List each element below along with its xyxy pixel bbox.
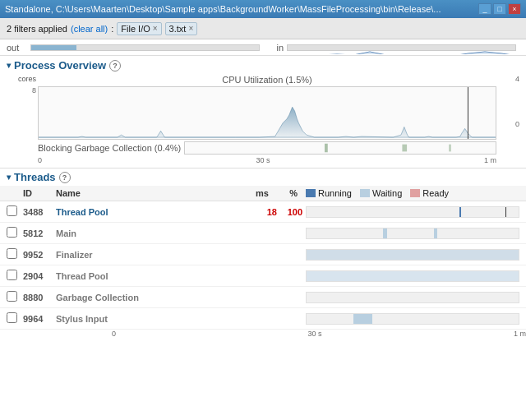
minimize-btn[interactable]: _ (478, 3, 491, 15)
gc-chart-svg (185, 142, 496, 154)
cpu-chart-label: CPU Utilization (1.5%) (38, 75, 496, 85)
legend-running: Running (306, 188, 352, 198)
col-name-header: Name (56, 188, 240, 198)
legend-ready-swatch (410, 189, 420, 197)
window-controls[interactable]: _ □ × (478, 3, 521, 15)
thread-checkbox-col (7, 312, 23, 325)
clear-all-link[interactable]: (clear all) (71, 24, 108, 34)
thread-x-0: 0 (112, 330, 116, 338)
cpu-chart-svg (39, 87, 496, 139)
thread-checkbox-col (7, 291, 23, 304)
thread-id: 9964 (23, 314, 56, 324)
table-row[interactable]: 9964 Stylus Input (0, 308, 526, 330)
io-in-label: in (263, 43, 284, 53)
table-row[interactable]: 5812 Main (0, 223, 526, 244)
thread-bar (383, 228, 387, 238)
io-out-label: out (7, 43, 27, 53)
col-timeline-header: Running Waiting Ready (298, 188, 519, 198)
thread-checkbox[interactable] (7, 270, 17, 280)
legend-waiting: Waiting (360, 188, 402, 198)
threads-header[interactable]: ▾ Threads ? (0, 168, 526, 186)
thread-bar (459, 207, 462, 217)
title-text: Standalone, C:\Users\Maarten\Desktop\Sam… (5, 4, 441, 14)
thread-name: Main (56, 228, 248, 238)
table-row[interactable]: 3488 Thread Pool 18 100 (0, 201, 526, 223)
table-row[interactable]: 9952 Finalizer (0, 244, 526, 265)
gc-label: Blocking Garbage Collection (0.4%) (38, 143, 181, 153)
filter-tag-3txt-close[interactable]: × (188, 24, 193, 33)
filter-tag-3txt[interactable]: 3.txt × (165, 22, 198, 35)
thread-timeline (306, 292, 519, 303)
thread-checkbox[interactable] (7, 205, 17, 216)
svg-rect-2 (403, 145, 408, 152)
process-overview-header[interactable]: ▾ Process Overview ? (0, 56, 526, 75)
filter-tag-fileio[interactable]: File I/O × (117, 22, 161, 35)
legend-ready: Ready (410, 188, 449, 198)
threads-title: Threads (14, 171, 56, 183)
threads-chevron: ▾ (7, 173, 11, 182)
io-out-bar (30, 44, 260, 51)
x-label-30s: 30 s (256, 156, 270, 164)
thread-bar (353, 314, 372, 324)
thread-timeline-x-axis: 0 30 s 1 m (0, 330, 526, 338)
thread-checkbox-col (7, 270, 23, 283)
process-overview-help[interactable]: ? (109, 60, 121, 72)
thread-id: 3488 (23, 207, 56, 217)
thread-pct: 100 (277, 207, 306, 217)
thread-timeline (306, 206, 519, 218)
process-overview-chevron: ▾ (7, 61, 11, 70)
thread-timeline (306, 228, 519, 239)
table-row[interactable]: 8880 Garbage Collection (0, 287, 526, 308)
thread-timeline (306, 249, 519, 261)
thread-id: 5812 (23, 228, 56, 238)
col-pct-header: % (269, 188, 298, 198)
thread-legend: Running Waiting Ready (306, 188, 519, 198)
filter-tag-3txt-label: 3.txt (169, 24, 187, 34)
thread-x-1m: 1 m (514, 330, 526, 338)
filter-tag-fileio-close[interactable]: × (153, 24, 158, 33)
y-label-4: 4 (515, 75, 519, 83)
thread-checkbox[interactable] (7, 312, 17, 323)
io-out-bar-fill (31, 45, 76, 50)
legend-waiting-swatch (360, 189, 370, 197)
thread-id: 9952 (23, 250, 56, 260)
legend-waiting-label: Waiting (372, 188, 402, 198)
cpu-y-axis-labels: 4 0 (515, 75, 519, 128)
x-label-0: 0 (38, 156, 42, 164)
table-row[interactable]: 2904 Thread Pool (0, 265, 526, 287)
thread-x-30s: 30 s (307, 330, 321, 338)
thread-checkbox-col (7, 205, 23, 219)
thread-bar (434, 228, 437, 238)
thread-checkbox[interactable] (7, 227, 17, 238)
legend-ready-label: Ready (422, 188, 449, 198)
main-content: ▾ Process Overview ? cores 8 CPU Utiliza… (0, 56, 526, 420)
filter-separator: : (111, 24, 113, 34)
y-label-0: 0 (515, 120, 519, 128)
process-overview-charts: cores 8 CPU Utilization (1.5%) (0, 75, 526, 168)
thread-name: Stylus Input (56, 314, 248, 324)
svg-rect-3 (449, 145, 451, 152)
col-id-header: ID (23, 188, 56, 198)
thread-columns-header: ID Name ms % Running Waiting (0, 186, 526, 201)
io-bar-row: out in (0, 39, 526, 56)
thread-checkbox-col (7, 248, 23, 261)
thread-name: Thread Pool (56, 207, 248, 217)
thread-checkbox[interactable] (7, 248, 17, 259)
cpu-y-unit: cores (18, 75, 36, 83)
maximize-btn[interactable]: □ (493, 3, 506, 15)
thread-timeline (306, 270, 519, 282)
svg-rect-1 (325, 144, 328, 153)
legend-running-swatch (306, 189, 316, 197)
cursor-line (505, 207, 506, 217)
thread-checkbox[interactable] (7, 291, 17, 302)
thread-timeline (306, 313, 519, 325)
close-btn[interactable]: × (508, 3, 521, 15)
chart-x-axis: 0 30 s 1 m (38, 156, 496, 164)
legend-running-label: Running (318, 188, 352, 198)
x-label-1m: 1 m (484, 156, 496, 164)
threads-section: ▾ Threads ? ID Name ms % Running (0, 168, 526, 338)
col-ms-header: ms (240, 188, 269, 198)
cpu-chart (38, 86, 496, 140)
threads-help[interactable]: ? (59, 172, 71, 183)
filter-tag-fileio-label: File I/O (121, 24, 150, 34)
